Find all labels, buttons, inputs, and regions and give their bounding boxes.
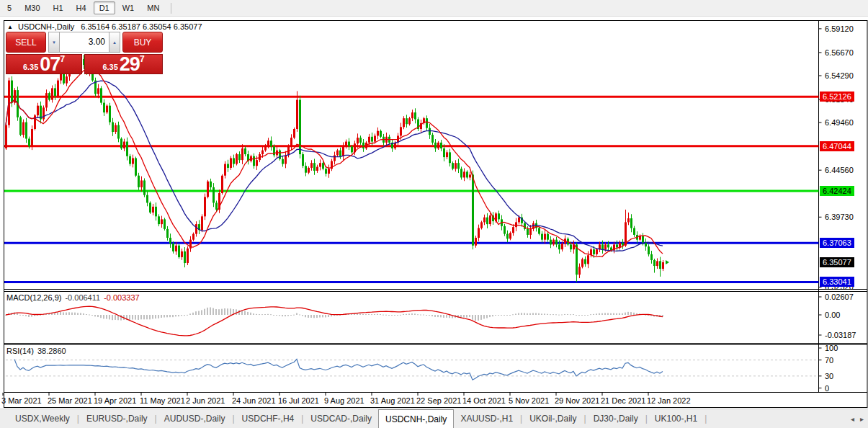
chart-ohlc-values: 6.35164 6.35187 6.35054 6.35077	[81, 22, 202, 31]
toolbar-divider	[171, 3, 171, 14]
tab-scroll-right-icon[interactable]: ▸	[860, 415, 864, 423]
price-axis-tick: 6.54290	[825, 71, 854, 80]
macd-name: MACD(12,26,9)	[6, 293, 61, 302]
date-axis-label: 25 Mar 2021	[48, 396, 92, 405]
tab-eurusd-daily[interactable]: EURUSD-,Daily	[80, 409, 154, 428]
rsi-label: RSI(14)38.2860	[6, 347, 66, 355]
price-level-badge: 6.37063	[820, 238, 854, 248]
volume-increase-button[interactable]: ▲	[109, 32, 120, 53]
tab-usdchf-h4[interactable]: USDCHF-,H4	[236, 409, 301, 428]
buy-price-panel[interactable]: 6.35 29 7	[84, 54, 163, 74]
date-axis-label: 9 Aug 2021	[324, 396, 364, 405]
rsi-name: RSI(14)	[6, 347, 34, 355]
tab-separator: |	[704, 414, 707, 424]
date-axis-label: 29 Nov 2021	[555, 396, 599, 405]
buy-button[interactable]: BUY	[122, 32, 163, 53]
date-axis-label: 21 Dec 2021	[601, 396, 645, 405]
sell-button[interactable]: SELL	[6, 32, 46, 53]
chart-title: ▲ USDCNH-,Daily 6.35164 6.35187 6.35054 …	[7, 22, 202, 31]
rsi-value: 38.2860	[37, 347, 66, 355]
price-level-badge: 6.42424	[820, 186, 854, 196]
tab-xauusd-h1[interactable]: XAUUSD-,H1	[454, 409, 519, 428]
price-axis-tick: 6.59120	[825, 24, 854, 33]
price-axis-tick: 6.39730	[825, 213, 854, 221]
trading-terminal: { "toolbar": { "timeframes": [ {"label":…	[0, 0, 868, 428]
tab-scroll-arrows: ◂ ▸	[851, 409, 864, 428]
sell-price-prefix: 6.35	[23, 62, 38, 73]
symbol-tab-bar: USDX,Weekly|EURUSD-,Daily|AUDUSD-,Daily|…	[0, 409, 868, 428]
date-axis-label: 22 Sep 2021	[416, 396, 461, 405]
buy-price-sup: 7	[140, 55, 145, 63]
date-axis-label: 11 May 2021	[140, 396, 185, 405]
sell-price-sup: 7	[60, 55, 65, 63]
macd-value-main: -0.006411	[65, 293, 100, 302]
buy-price-prefix: 6.35	[102, 62, 117, 73]
price-level-badge: 6.47044	[820, 141, 854, 151]
timeframe-button-w1[interactable]: W1	[117, 1, 140, 14]
date-axis-label: 12 Jan 2022	[647, 396, 691, 405]
macd-value-signal: -0.003337	[104, 293, 140, 302]
timeframe-button-d1[interactable]: D1	[94, 1, 115, 14]
volume-stepper: ▼ 3.00 ▲	[48, 32, 120, 53]
price-axis-tick: 6.44560	[825, 166, 854, 174]
sell-price-panel[interactable]: 6.35 07 7	[6, 54, 82, 74]
tab-usdx-weekly[interactable]: USDX,Weekly	[9, 409, 76, 428]
price-level-badge: 6.52126	[820, 92, 854, 102]
timeframe-button-mn[interactable]: MN	[141, 1, 165, 14]
timeframe-toolbar: 5 M30 H1 H4 D1 W1 MN	[0, 0, 868, 17]
tab-usdcnh-daily[interactable]: USDCNH-,Daily	[378, 409, 454, 428]
date-axis-label: 16 Jul 2021	[278, 396, 319, 405]
sell-price-big: 07	[40, 55, 60, 73]
price-axis-tick: 6.49460	[825, 118, 854, 127]
timeframe-button-h1[interactable]: H1	[48, 1, 69, 14]
macd-label: MACD(12,26,9)-0.006411-0.003337	[6, 293, 140, 302]
tab-dj30-daily[interactable]: DJ30-,Daily	[587, 409, 645, 428]
chart-symbol-label: USDCNH-,Daily	[18, 22, 74, 31]
date-axis-label: 24 Jun 2021	[232, 396, 276, 405]
timeframe-button-m5[interactable]: 5	[1, 1, 17, 14]
date-axis-label: 14 Oct 2021	[462, 396, 506, 405]
volume-decrease-button[interactable]: ▼	[48, 32, 60, 53]
tab-scroll-left-icon[interactable]: ◂	[851, 415, 854, 423]
buy-price-big: 29	[120, 55, 140, 73]
tab-ukoil-daily[interactable]: UKOil-,Daily	[523, 409, 583, 428]
date-axis-label: 3 Mar 2021	[1, 396, 42, 405]
rsi-axis-tick: 100	[825, 344, 838, 352]
timeframe-button-m30[interactable]: M30	[19, 1, 45, 14]
tab-uk100-h1[interactable]: UK100-,H1	[648, 409, 704, 428]
rsi-axis-tick: 70	[825, 356, 833, 365]
price-axis-tick: 6.56670	[825, 48, 854, 57]
macd-axis-tick: 0.00	[825, 311, 840, 319]
rsi-axis-tick: 30	[825, 372, 833, 380]
macd-axis-tick: -0.03187	[825, 331, 856, 339]
tab-usdcad-daily[interactable]: USDCAD-,Daily	[304, 409, 378, 428]
date-axis-label: 2 Jun 2021	[186, 396, 225, 405]
timeframe-button-h4[interactable]: H4	[71, 1, 92, 14]
macd-axis-tick: 0.02607	[825, 293, 854, 301]
one-click-trade-panel: SELL ▼ 3.00 ▲ BUY 6.35 07 7 6.35 29 7	[6, 32, 163, 74]
volume-input[interactable]: 3.00	[60, 32, 109, 53]
date-axis-label: 31 Aug 2021	[370, 396, 415, 405]
date-axis-label: 5 Nov 2021	[509, 396, 549, 405]
date-axis-label: 19 Apr 2021	[94, 396, 136, 405]
price-level-badge: 6.33041	[820, 277, 854, 287]
collapse-arrow-icon[interactable]: ▲	[7, 24, 13, 30]
price-level-badge: 6.35077	[820, 257, 854, 267]
tab-audusd-daily[interactable]: AUDUSD-,Daily	[158, 409, 232, 428]
rsi-axis-tick: 0	[825, 384, 829, 393]
